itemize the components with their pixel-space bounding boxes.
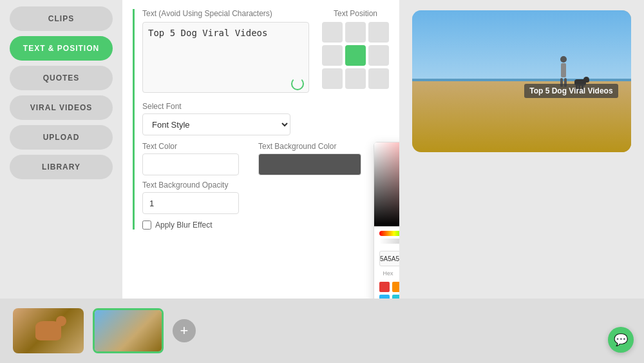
position-bottom-left[interactable]: [322, 68, 343, 89]
hue-slider[interactable]: [379, 231, 399, 236]
bg-color-label: Text Background Color: [258, 142, 361, 151]
person-head: [560, 56, 567, 63]
swatch-cyan[interactable]: [392, 295, 399, 299]
opacity-label: Text Background Opacity: [142, 181, 389, 190]
timeline-clip-1[interactable]: [13, 308, 84, 353]
opacity-input[interactable]: [142, 192, 239, 214]
position-bottom-right[interactable]: [368, 68, 389, 89]
position-bottom-center[interactable]: [345, 68, 366, 89]
beach-sky: [412, 10, 631, 88]
small-dog-icon: [35, 321, 61, 340]
swatch-orange[interactable]: [392, 282, 399, 292]
dog-head: [583, 77, 589, 83]
timeline-clip-2[interactable]: [93, 308, 164, 353]
text-color-label: Text Color: [142, 142, 239, 151]
color-picker-popup: 5A5A5A 90 90 90 100 Hex R G B A: [374, 142, 399, 299]
preset-colors: [374, 278, 399, 299]
blur-checkbox[interactable]: [142, 221, 151, 230]
swatch-light-blue[interactable]: [379, 295, 390, 299]
loading-spinner: [291, 77, 304, 90]
video-preview: Top 5 Dog Viral Videos: [412, 10, 631, 152]
position-middle-right[interactable]: [368, 45, 389, 66]
select-font-label: Select Font: [142, 102, 389, 111]
text-color-input[interactable]: [142, 153, 239, 175]
swatch-row-2: [379, 295, 399, 299]
add-clip-button[interactable]: +: [173, 319, 196, 342]
position-top-right[interactable]: [368, 22, 389, 43]
position-top-left[interactable]: [322, 22, 343, 43]
chat-button[interactable]: 💬: [608, 327, 634, 353]
position-middle-center[interactable]: [345, 45, 366, 66]
sidebar-item-library[interactable]: LIBRARY: [10, 155, 113, 179]
hex-label: Hex: [379, 270, 397, 277]
sidebar-item-text-position[interactable]: TEXT & POSITION: [10, 36, 113, 61]
sidebar: CLIPS TEXT & POSITION QUOTES VIRAL VIDEO…: [0, 0, 122, 299]
opacity-slider[interactable]: [379, 239, 399, 244]
position-top-center[interactable]: [345, 22, 366, 43]
blur-label: Apply Blur Effect: [155, 221, 213, 230]
sidebar-item-clips[interactable]: CLIPS: [10, 6, 113, 31]
person-body: [561, 63, 566, 77]
sidebar-item-quotes[interactable]: QUOTES: [10, 66, 113, 90]
preview-area: Top 5 Dog Viral Videos: [399, 0, 644, 299]
position-middle-left[interactable]: [322, 45, 343, 66]
sidebar-item-viral-videos[interactable]: VIRAL VIDEOS: [10, 95, 113, 120]
swatch-red[interactable]: [379, 282, 390, 292]
sidebar-item-upload[interactable]: UPLOAD: [10, 125, 113, 150]
position-label: Text Position: [334, 9, 377, 18]
bg-color-input[interactable]: [258, 153, 361, 175]
color-gradient[interactable]: [374, 142, 399, 226]
timeline: +: [0, 299, 644, 363]
text-input-label: Text (Avoid Using Special Characters): [142, 9, 309, 18]
clip-beach-thumb: [95, 310, 162, 351]
clip-dog-thumb: [13, 308, 84, 353]
preview-text-overlay: Top 5 Dog Viral Videos: [524, 84, 618, 98]
text-input[interactable]: [142, 22, 309, 93]
position-grid: [322, 22, 389, 89]
hex-value[interactable]: 5A5A5A: [379, 251, 399, 266]
swatch-row-1: [379, 282, 399, 292]
content-panel: Text (Avoid Using Special Characters) Te…: [122, 0, 399, 299]
font-select[interactable]: Font Style: [142, 113, 290, 135]
